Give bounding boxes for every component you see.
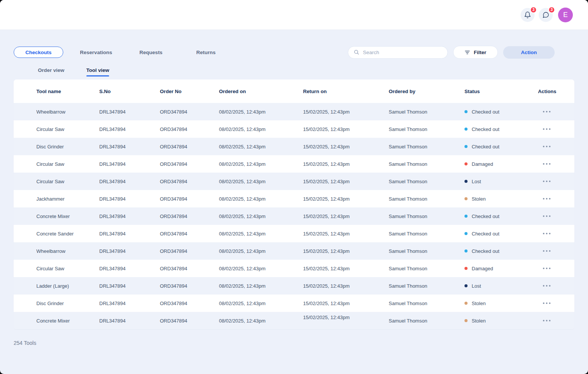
status-badge: Stolen: [464, 318, 524, 324]
cell-status: Checked out: [464, 120, 524, 138]
ellipsis-icon: [543, 250, 544, 252]
cell-sno: DRL347894: [99, 260, 160, 277]
cell-order-no: ORD347894: [160, 260, 219, 277]
table-row[interactable]: Ladder (Large) DRL347894 ORD347894 08/02…: [14, 277, 574, 295]
table-row[interactable]: Jackhammer DRL347894 ORD347894 08/02/202…: [14, 190, 574, 207]
ellipsis-icon: [543, 268, 544, 269]
cell-status: Stolen: [464, 312, 524, 329]
status-label: Damaged: [472, 161, 493, 167]
column-header-sno: S.No: [99, 79, 160, 103]
cell-return-on: 15/02/2025, 12:43pm: [303, 312, 389, 329]
cell-actions: [524, 295, 574, 312]
cell-return-on: 15/02/2025, 12:43pm: [303, 155, 389, 173]
row-actions-button[interactable]: [541, 231, 552, 237]
cell-sno: DRL347894: [99, 277, 160, 295]
column-header-return-on: Return on: [303, 79, 389, 103]
notifications-button[interactable]: 3: [521, 8, 535, 22]
status-badge: Stolen: [464, 301, 524, 306]
cell-return-on: 15/02/2025, 12:43pm: [303, 225, 389, 242]
cell-order-no: ORD347894: [160, 277, 219, 295]
cell-sno: DRL347894: [99, 173, 160, 190]
cell-sno: DRL347894: [99, 120, 160, 138]
search-icon: [353, 49, 360, 55]
cell-ordered-by: Samuel Thomson: [389, 155, 464, 173]
cell-actions: [524, 277, 574, 295]
topbar: 3 3 E: [0, 0, 588, 30]
status-badge: Lost: [464, 283, 524, 289]
cell-sno: DRL347894: [99, 155, 160, 173]
filter-button[interactable]: Filter: [453, 46, 498, 59]
status-dot: [464, 284, 468, 287]
table-row[interactable]: Disc Grinder DRL347894 ORD347894 08/02/2…: [14, 138, 574, 155]
cell-tool-name: Ladder (Large): [14, 277, 99, 295]
ellipsis-icon: [543, 163, 544, 165]
column-header-actions: Actions: [524, 79, 574, 103]
row-actions-button[interactable]: [541, 300, 552, 306]
cell-tool-name: Concrete Mixer: [14, 312, 99, 329]
messages-button[interactable]: 3: [539, 8, 553, 22]
row-actions-button[interactable]: [541, 318, 552, 324]
cell-tool-name: Circular Saw: [14, 155, 99, 173]
row-actions-button[interactable]: [541, 126, 552, 132]
subtab-order-view[interactable]: Order view: [33, 67, 69, 76]
avatar[interactable]: E: [558, 8, 573, 22]
row-actions-button[interactable]: [541, 109, 552, 115]
bell-icon: [524, 11, 531, 19]
table-row[interactable]: Concrete Mixer DRL347894 ORD347894 08/02…: [14, 207, 574, 225]
row-actions-button[interactable]: [541, 248, 552, 254]
row-actions-button[interactable]: [541, 196, 552, 202]
row-actions-button[interactable]: [541, 265, 552, 271]
table-row[interactable]: Circular Saw DRL347894 ORD347894 08/02/2…: [14, 120, 574, 138]
table-row[interactable]: Concrete Sander DRL347894 ORD347894 08/0…: [14, 225, 574, 242]
column-header-tool-name: Tool name: [14, 79, 99, 103]
tab-checkouts[interactable]: Checkouts: [14, 47, 63, 58]
table-row[interactable]: Concrete Mixer DRL347894 ORD347894 08/02…: [14, 312, 574, 329]
cell-ordered-by: Samuel Thomson: [389, 103, 464, 120]
cell-ordered-by: Samuel Thomson: [389, 207, 464, 225]
table-row[interactable]: Circular Saw DRL347894 ORD347894 08/02/2…: [14, 155, 574, 173]
cell-return-on: 15/02/2025, 12:43pm: [303, 103, 389, 120]
cell-order-no: ORD347894: [160, 312, 219, 329]
cell-tool-name: Jackhammer: [14, 190, 99, 207]
status-dot: [464, 197, 468, 200]
cell-ordered-by: Samuel Thomson: [389, 138, 464, 155]
cell-sno: DRL347894: [99, 295, 160, 312]
status-label: Stolen: [472, 196, 486, 202]
search-input[interactable]: [363, 50, 443, 55]
status-dot: [464, 232, 468, 235]
cell-actions: [524, 120, 574, 138]
table-row[interactable]: Circular Saw DRL347894 ORD347894 08/02/2…: [14, 173, 574, 190]
cell-return-on: 15/02/2025, 12:43pm: [303, 242, 389, 260]
row-actions-button[interactable]: [541, 213, 552, 219]
row-actions-button[interactable]: [541, 283, 552, 289]
cell-ordered-by: Samuel Thomson: [389, 260, 464, 277]
table-row[interactable]: Wheelbarrow DRL347894 ORD347894 08/02/20…: [14, 242, 574, 260]
row-actions-button[interactable]: [541, 161, 552, 167]
subtab-tool-view[interactable]: Tool view: [82, 67, 114, 76]
tab-requests[interactable]: Requests: [124, 47, 178, 58]
toolbar: Filter Action: [348, 46, 555, 59]
status-label: Checked out: [472, 109, 499, 115]
table-row[interactable]: Disc Grinder DRL347894 ORD347894 08/02/2…: [14, 295, 574, 312]
tab-returns[interactable]: Returns: [178, 47, 233, 58]
row-actions-button[interactable]: [541, 143, 552, 150]
table-row[interactable]: Circular Saw DRL347894 ORD347894 08/02/2…: [14, 260, 574, 277]
cell-status: Checked out: [464, 207, 524, 225]
cell-actions: [524, 103, 574, 120]
cell-return-on: 15/02/2025, 12:43pm: [303, 260, 389, 277]
cell-sno: DRL347894: [99, 138, 160, 155]
search-box[interactable]: [348, 46, 448, 59]
row-actions-button[interactable]: [541, 178, 552, 184]
cell-status: Damaged: [464, 155, 524, 173]
table-body: Wheelbarrow DRL347894 ORD347894 08/02/20…: [14, 103, 574, 329]
status-dot: [464, 319, 468, 322]
ellipsis-icon: [543, 302, 544, 304]
tab-reservations[interactable]: Reservations: [69, 47, 124, 58]
ellipsis-icon: [543, 285, 544, 287]
cell-tool-name: Circular Saw: [14, 260, 99, 277]
status-badge: Damaged: [464, 161, 524, 167]
cell-ordered-on: 08/02/2025, 12:43pm: [219, 295, 303, 312]
table-row[interactable]: Wheelbarrow DRL347894 ORD347894 08/02/20…: [14, 103, 574, 120]
action-button[interactable]: Action: [503, 46, 555, 59]
cell-order-no: ORD347894: [160, 207, 219, 225]
